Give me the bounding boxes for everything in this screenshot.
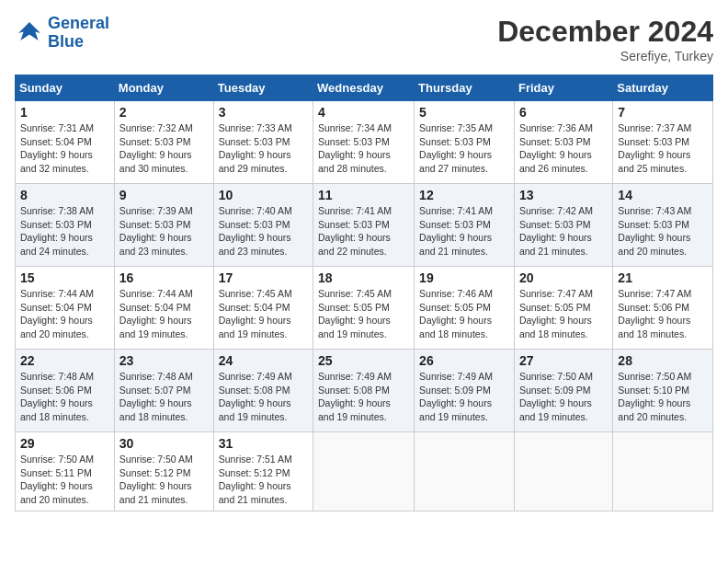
day-number: 11 (318, 188, 409, 202)
day-info: Sunrise: 7:46 AM Sunset: 5:05 PM Dayligh… (419, 287, 509, 341)
location: Serefiye, Turkey (497, 49, 713, 63)
day-number: 4 (318, 105, 409, 120)
column-header-monday: Monday (114, 75, 213, 101)
calendar-cell (415, 432, 515, 511)
calendar-cell: 20Sunrise: 7:47 AM Sunset: 5:05 PM Dayli… (514, 267, 612, 350)
column-header-friday: Friday (514, 75, 612, 101)
day-info: Sunrise: 7:45 AM Sunset: 5:04 PM Dayligh… (219, 287, 308, 341)
calendar-week-row: 22Sunrise: 7:48 AM Sunset: 5:06 PM Dayli… (16, 350, 713, 432)
day-info: Sunrise: 7:44 AM Sunset: 5:04 PM Dayligh… (20, 287, 109, 341)
day-number: 27 (519, 353, 608, 368)
calendar-cell: 29Sunrise: 7:50 AM Sunset: 5:11 PM Dayli… (16, 432, 115, 511)
day-number: 19 (419, 270, 509, 285)
calendar-week-row: 29Sunrise: 7:50 AM Sunset: 5:11 PM Dayli… (16, 432, 713, 511)
day-info: Sunrise: 7:44 AM Sunset: 5:04 PM Dayligh… (119, 287, 209, 341)
day-info: Sunrise: 7:42 AM Sunset: 5:03 PM Dayligh… (519, 204, 608, 259)
day-info: Sunrise: 7:49 AM Sunset: 5:08 PM Dayligh… (318, 370, 409, 424)
calendar-header-row: SundayMondayTuesdayWednesdayThursdayFrid… (16, 75, 713, 101)
title-block: December 2024 Serefiye, Turkey (497, 15, 713, 63)
calendar-cell: 12Sunrise: 7:41 AM Sunset: 5:03 PM Dayli… (415, 184, 515, 267)
day-number: 26 (419, 353, 509, 368)
day-number: 5 (419, 105, 509, 120)
day-number: 16 (119, 270, 209, 285)
calendar-cell: 10Sunrise: 7:40 AM Sunset: 5:03 PM Dayli… (213, 184, 313, 267)
day-info: Sunrise: 7:35 AM Sunset: 5:03 PM Dayligh… (419, 121, 509, 176)
calendar-cell: 27Sunrise: 7:50 AM Sunset: 5:09 PM Dayli… (514, 350, 612, 432)
day-info: Sunrise: 7:41 AM Sunset: 5:03 PM Dayligh… (318, 204, 409, 259)
column-header-thursday: Thursday (415, 75, 515, 101)
day-info: Sunrise: 7:48 AM Sunset: 5:07 PM Dayligh… (119, 370, 209, 424)
calendar-cell: 23Sunrise: 7:48 AM Sunset: 5:07 PM Dayli… (114, 350, 213, 432)
calendar-cell: 28Sunrise: 7:50 AM Sunset: 5:10 PM Dayli… (613, 350, 713, 432)
day-number: 20 (519, 270, 608, 285)
day-info: Sunrise: 7:50 AM Sunset: 5:10 PM Dayligh… (618, 370, 708, 424)
column-header-sunday: Sunday (16, 75, 115, 101)
day-info: Sunrise: 7:40 AM Sunset: 5:03 PM Dayligh… (219, 204, 308, 259)
day-number: 25 (318, 353, 409, 368)
column-header-wednesday: Wednesday (313, 75, 415, 101)
day-number: 29 (20, 436, 109, 451)
day-info: Sunrise: 7:38 AM Sunset: 5:03 PM Dayligh… (20, 204, 109, 259)
day-info: Sunrise: 7:50 AM Sunset: 5:09 PM Dayligh… (519, 370, 608, 424)
day-info: Sunrise: 7:32 AM Sunset: 5:03 PM Dayligh… (119, 121, 209, 176)
day-info: Sunrise: 7:37 AM Sunset: 5:03 PM Dayligh… (618, 121, 708, 176)
logo-line1: General (48, 14, 109, 32)
calendar-cell: 16Sunrise: 7:44 AM Sunset: 5:04 PM Dayli… (114, 267, 213, 350)
day-number: 17 (219, 270, 308, 285)
day-info: Sunrise: 7:43 AM Sunset: 5:03 PM Dayligh… (618, 204, 708, 259)
calendar-cell: 4Sunrise: 7:34 AM Sunset: 5:03 PM Daylig… (313, 101, 415, 184)
calendar-cell: 30Sunrise: 7:50 AM Sunset: 5:12 PM Dayli… (114, 432, 213, 511)
day-number: 23 (119, 353, 209, 368)
day-info: Sunrise: 7:41 AM Sunset: 5:03 PM Dayligh… (419, 204, 509, 259)
day-number: 31 (219, 436, 308, 451)
day-number: 14 (618, 188, 708, 202)
day-info: Sunrise: 7:50 AM Sunset: 5:12 PM Dayligh… (119, 453, 209, 507)
logo-icon (15, 18, 44, 48)
calendar-cell: 26Sunrise: 7:49 AM Sunset: 5:09 PM Dayli… (415, 350, 515, 432)
day-number: 6 (519, 105, 608, 120)
calendar-cell (313, 432, 415, 511)
calendar-cell: 22Sunrise: 7:48 AM Sunset: 5:06 PM Dayli… (16, 350, 115, 432)
svg-marker-0 (18, 22, 40, 40)
day-info: Sunrise: 7:47 AM Sunset: 5:06 PM Dayligh… (618, 287, 708, 341)
day-info: Sunrise: 7:31 AM Sunset: 5:04 PM Dayligh… (20, 121, 109, 176)
day-number: 10 (219, 188, 308, 202)
day-info: Sunrise: 7:49 AM Sunset: 5:09 PM Dayligh… (419, 370, 509, 424)
day-number: 24 (219, 353, 308, 368)
day-number: 8 (20, 188, 109, 202)
calendar-cell: 8Sunrise: 7:38 AM Sunset: 5:03 PM Daylig… (16, 184, 115, 267)
month-title: December 2024 (497, 15, 713, 49)
day-info: Sunrise: 7:47 AM Sunset: 5:05 PM Dayligh… (519, 287, 608, 341)
calendar-cell (613, 432, 713, 511)
logo-line2: Blue (48, 32, 84, 51)
day-info: Sunrise: 7:50 AM Sunset: 5:11 PM Dayligh… (20, 453, 109, 507)
calendar-week-row: 8Sunrise: 7:38 AM Sunset: 5:03 PM Daylig… (16, 184, 713, 267)
day-number: 3 (219, 105, 308, 120)
day-number: 22 (20, 353, 109, 368)
calendar-cell: 25Sunrise: 7:49 AM Sunset: 5:08 PM Dayli… (313, 350, 415, 432)
calendar-cell: 15Sunrise: 7:44 AM Sunset: 5:04 PM Dayli… (16, 267, 115, 350)
column-header-saturday: Saturday (613, 75, 713, 101)
day-number: 30 (119, 436, 209, 451)
day-number: 7 (618, 105, 708, 120)
calendar-cell: 31Sunrise: 7:51 AM Sunset: 5:12 PM Dayli… (213, 432, 313, 511)
calendar-cell: 18Sunrise: 7:45 AM Sunset: 5:05 PM Dayli… (313, 267, 415, 350)
calendar-cell: 5Sunrise: 7:35 AM Sunset: 5:03 PM Daylig… (415, 101, 515, 184)
day-number: 9 (119, 188, 209, 202)
logo: General Blue (15, 15, 109, 52)
day-number: 13 (519, 188, 608, 202)
calendar-table: SundayMondayTuesdayWednesdayThursdayFrid… (15, 75, 713, 511)
day-number: 12 (419, 188, 509, 202)
day-info: Sunrise: 7:45 AM Sunset: 5:05 PM Dayligh… (318, 287, 409, 341)
calendar-cell: 14Sunrise: 7:43 AM Sunset: 5:03 PM Dayli… (613, 184, 713, 267)
day-info: Sunrise: 7:36 AM Sunset: 5:03 PM Dayligh… (519, 121, 608, 176)
day-info: Sunrise: 7:34 AM Sunset: 5:03 PM Dayligh… (318, 121, 409, 176)
calendar-cell: 13Sunrise: 7:42 AM Sunset: 5:03 PM Dayli… (514, 184, 612, 267)
calendar-cell: 2Sunrise: 7:32 AM Sunset: 5:03 PM Daylig… (114, 101, 213, 184)
calendar-cell: 6Sunrise: 7:36 AM Sunset: 5:03 PM Daylig… (514, 101, 612, 184)
calendar-cell: 24Sunrise: 7:49 AM Sunset: 5:08 PM Dayli… (213, 350, 313, 432)
calendar-cell: 3Sunrise: 7:33 AM Sunset: 5:03 PM Daylig… (213, 101, 313, 184)
day-info: Sunrise: 7:51 AM Sunset: 5:12 PM Dayligh… (219, 453, 308, 507)
calendar-cell (514, 432, 612, 511)
calendar-cell: 7Sunrise: 7:37 AM Sunset: 5:03 PM Daylig… (613, 101, 713, 184)
